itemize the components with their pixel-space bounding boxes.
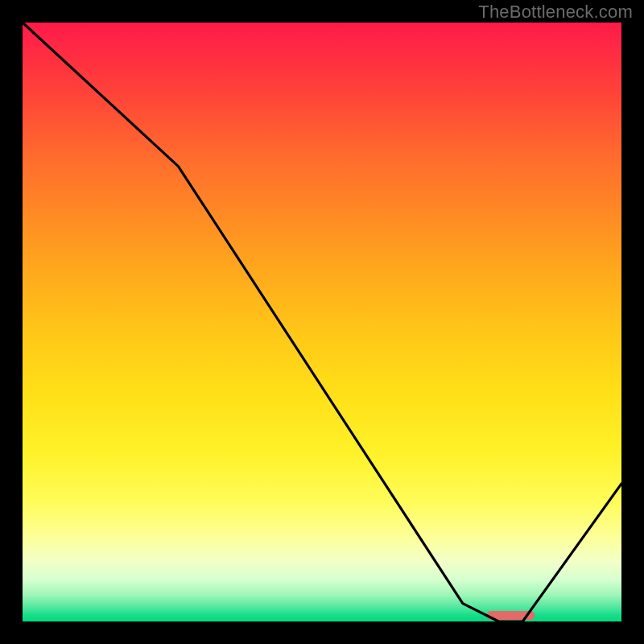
watermark-label: TheBottleneck.com [478,2,633,23]
plot-area [23,23,621,621]
chart-overlay [23,23,621,621]
curve-line [23,23,621,621]
chart-container: TheBottleneck.com [0,0,644,644]
